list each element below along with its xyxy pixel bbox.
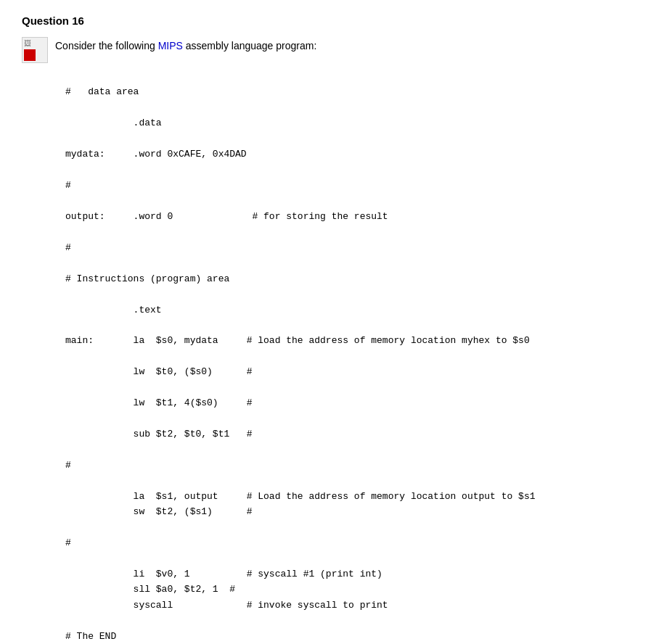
code-line-19: syscall # invoke syscall to print — [65, 600, 388, 611]
code-line-10: lw $t0, ($s0) # — [65, 366, 252, 377]
broken-image-icon: 🖼 — [22, 38, 47, 62]
intro-text: Consider the following MIPS assembly lan… — [55, 37, 316, 54]
code-line-8: .text — [65, 305, 162, 315]
broken-image: 🖼 × — [22, 37, 48, 63]
code-line-5: output: .word 0 # for storing the result — [65, 211, 388, 222]
code-line-3: mydata: .word 0xCAFE, 0x4DAD — [65, 149, 247, 160]
code-line-13: # — [65, 460, 71, 471]
code-line-18: sll $a0, $t2, 1 # — [65, 584, 235, 595]
code-line-7: # Instructions (program) area — [65, 273, 229, 284]
code-line-14: la $s1, output # Load the address of mem… — [65, 491, 536, 502]
error-icon: × — [25, 50, 35, 60]
question-title: Question 16 — [22, 15, 629, 27]
code-line-9: main: la $s0, mydata # load the address … — [65, 335, 530, 346]
code-line-15: sw $t2, ($s1) # — [65, 506, 252, 517]
code-line-12: sub $t2, $t0, $t1 # — [65, 429, 252, 439]
code-line-16: # — [65, 537, 71, 548]
mips-highlight: MIPS — [158, 40, 183, 51]
code-line-4: # — [65, 180, 71, 191]
code-block: # data area .data mydata: .word 0xCAFE, … — [65, 69, 629, 644]
code-line-1: # data area — [65, 86, 139, 97]
code-line-20: # The END — [65, 631, 116, 642]
code-line-17: li $v0, 1 # syscall #1 (print int) — [65, 569, 382, 579]
code-line-11: lw $t1, 4($s0) # — [65, 397, 252, 408]
code-line-2: .data — [65, 117, 162, 128]
code-line-6: # — [65, 242, 71, 253]
